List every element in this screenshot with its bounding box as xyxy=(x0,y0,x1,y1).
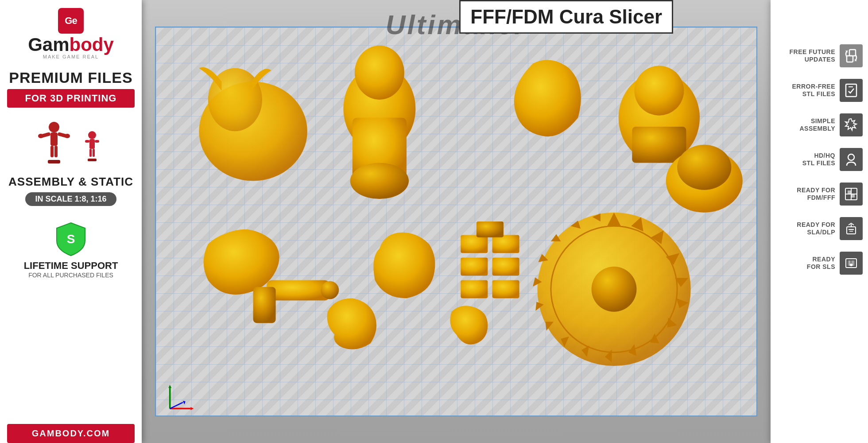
svg-rect-56 xyxy=(849,50,856,56)
brand-name-gam: Gam xyxy=(28,35,69,54)
svg-point-41 xyxy=(592,267,637,312)
assembly-icon xyxy=(843,117,859,133)
figure-large xyxy=(38,117,70,166)
svg-marker-47 xyxy=(183,401,186,404)
feature-icon-errorfree xyxy=(840,79,863,102)
svg-point-5 xyxy=(65,134,70,138)
svg-point-31 xyxy=(321,281,339,299)
shield-area: S LIFETIME SUPPORT FOR ALL PURCHASED FIL… xyxy=(24,221,118,279)
svg-point-23 xyxy=(350,163,409,199)
feature-hdhq: HD/HQ STL FILES xyxy=(776,148,863,173)
svg-rect-66 xyxy=(847,227,856,234)
feature-label-fdm: READY FOR FDM/FFF xyxy=(797,187,835,202)
feature-icon-fdm xyxy=(840,183,863,206)
svg-rect-30 xyxy=(253,287,276,323)
svg-marker-45 xyxy=(190,407,194,410)
feature-icon-assembly xyxy=(840,113,863,136)
sla-icon xyxy=(843,221,859,237)
hdhq-icon xyxy=(843,152,859,167)
print-bed xyxy=(155,27,757,416)
chess-figure-small xyxy=(81,129,104,164)
svg-marker-46 xyxy=(168,385,171,388)
svg-rect-34 xyxy=(461,257,488,276)
svg-rect-10 xyxy=(89,139,95,149)
updates-icon xyxy=(843,48,859,64)
feature-label-updates: FREE FUTURE UPDATES xyxy=(790,48,836,63)
svg-rect-6 xyxy=(50,146,54,157)
svg-point-71 xyxy=(850,264,852,266)
sls-icon xyxy=(843,255,859,271)
svg-rect-35 xyxy=(492,257,519,276)
svg-rect-33 xyxy=(492,235,519,253)
svg-rect-36 xyxy=(461,280,488,298)
figure-small xyxy=(81,129,104,166)
lifetime-title: LIFETIME SUPPORT xyxy=(24,260,118,272)
svg-point-0 xyxy=(49,122,59,132)
feature-label-sla: READY FOR SLA/DLP xyxy=(797,221,835,236)
axis-indicator xyxy=(165,383,196,414)
3d-models xyxy=(156,27,756,416)
feature-icon-sla xyxy=(840,217,863,240)
feature-label-errorfree: ERROR-FREE STL FILES xyxy=(792,83,835,98)
feature-label-assembly: SIMPLE ASSEMBLY xyxy=(799,117,835,132)
svg-rect-29 xyxy=(267,280,330,300)
svg-line-44 xyxy=(170,402,183,408)
svg-point-60 xyxy=(848,154,854,160)
assembly-title: ASSEMBLY & STATIC xyxy=(8,175,133,189)
feature-icon-updates xyxy=(840,44,863,67)
brand-name-body: body xyxy=(70,35,114,54)
feature-free-updates: FREE FUTURE UPDATES xyxy=(776,44,863,69)
for3d-badge: FOR 3D PRINTING xyxy=(7,89,135,108)
feature-icon-hdhq xyxy=(840,148,863,171)
errorfree-icon xyxy=(843,82,859,98)
svg-point-9 xyxy=(88,131,96,139)
svg-point-28 xyxy=(677,145,731,190)
svg-text:S: S xyxy=(67,232,75,246)
chess-figure-large xyxy=(38,117,70,166)
feature-error-free: ERROR-FREE STL FILES xyxy=(776,79,863,104)
svg-rect-13 xyxy=(89,149,92,157)
right-panel: FREE FUTURE UPDATES ERROR-FREE STL FILES… xyxy=(771,0,868,443)
feature-assembly: SIMPLE ASSEMBLY xyxy=(776,113,863,138)
svg-rect-37 xyxy=(492,280,519,298)
svg-rect-15 xyxy=(88,159,97,161)
svg-point-19 xyxy=(199,82,307,181)
svg-rect-26 xyxy=(632,127,686,163)
svg-rect-14 xyxy=(93,149,95,157)
logo-area: Ge Gambody MAKE GAME REAL xyxy=(28,8,114,65)
svg-rect-7 xyxy=(54,146,58,157)
svg-rect-57 xyxy=(847,56,853,62)
feature-label-hdhq: HD/HQ STL FILES xyxy=(802,152,835,167)
brand-sub: MAKE GAME REAL xyxy=(43,54,99,59)
svg-rect-11 xyxy=(85,140,89,143)
svg-rect-58 xyxy=(846,84,856,97)
feature-sla: READY FOR SLA/DLP xyxy=(776,217,863,242)
svg-rect-38 xyxy=(477,222,504,237)
feature-sls: READY FOR SLS xyxy=(776,252,863,276)
gambody-link[interactable]: GAMBODY.COM xyxy=(7,424,135,443)
logo-letters: Ge xyxy=(65,15,77,27)
shield-icon: S xyxy=(55,221,87,257)
svg-rect-64 xyxy=(848,190,851,194)
svg-point-21 xyxy=(355,46,404,100)
feature-fdm: READY FOR FDM/FFF xyxy=(776,183,863,207)
figures-area xyxy=(38,114,104,170)
svg-rect-1 xyxy=(50,132,58,146)
left-sidebar: Ge Gambody MAKE GAME REAL PREMIUM FILES … xyxy=(0,0,142,443)
svg-rect-65 xyxy=(852,194,855,198)
main-view: Ultimaker FFF/FDM Cura Slicer xyxy=(142,0,771,443)
logo-box: Ge xyxy=(58,8,84,34)
feature-icon-sls xyxy=(840,252,863,275)
svg-rect-32 xyxy=(461,235,488,253)
scale-badge: IN SCALE 1:8, 1:16 xyxy=(25,192,116,206)
svg-rect-8 xyxy=(48,160,60,163)
feature-label-sls: READY FOR SLS xyxy=(807,256,835,271)
fdm-icon xyxy=(843,186,859,202)
svg-rect-12 xyxy=(95,140,99,143)
premium-title: PREMIUM FILES xyxy=(9,69,132,86)
svg-point-4 xyxy=(38,134,43,138)
lifetime-sub: FOR ALL PURCHASED FILES xyxy=(28,272,113,279)
slicer-title: FFF/FDM Cura Slicer xyxy=(459,0,673,34)
svg-point-25 xyxy=(634,66,684,116)
